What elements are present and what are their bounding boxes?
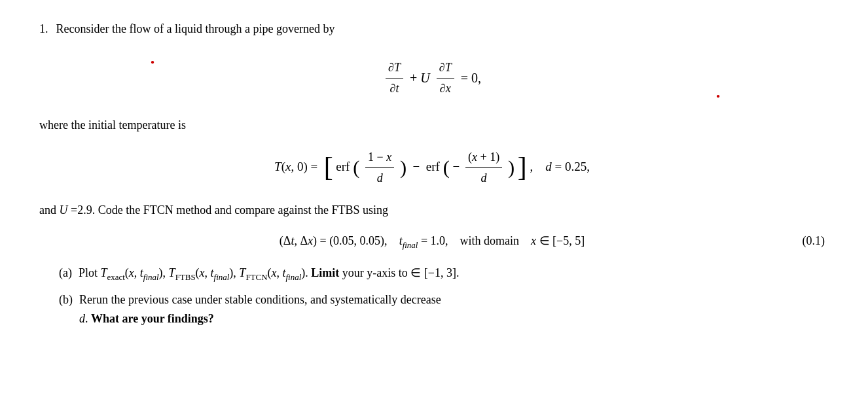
where-text: where the initial temperature is xyxy=(39,116,825,135)
d-value: d xyxy=(545,160,552,173)
part-b: (b) Rerun the previous case under stable… xyxy=(59,290,825,328)
lp1: ( xyxy=(353,156,359,179)
t-final-param: tfinal = 1.0, xyxy=(399,232,448,252)
red-dot-left: ● xyxy=(151,57,154,67)
initial-condition-eq: T(x, 0) = [ erf ( 1 − x d ) − erf ( − (x… xyxy=(39,148,825,188)
frac-1minusx: 1 − x d xyxy=(365,148,394,188)
params-row: (Δt, Δx) = (0.05, 0.05), tfinal = 1.0, w… xyxy=(39,232,825,252)
lp2: ( xyxy=(443,156,450,179)
fraction-dT-dx: ∂T ∂x xyxy=(437,58,454,98)
frac-xplus1: (x + 1) d xyxy=(465,148,502,188)
numerator-dT: ∂T xyxy=(386,58,403,78)
pde-row: ● ∂T ∂t + U ∂T ∂x = 0, ● xyxy=(39,52,825,105)
num-xp1: (x + 1) xyxy=(465,148,502,168)
denominator-dt: ∂t xyxy=(388,78,402,98)
with-domain-text: with domain xyxy=(460,232,520,251)
and-u-text: and U =2.9. Code the FTCN method and com… xyxy=(39,201,825,220)
part-b-label: (b) xyxy=(59,290,73,309)
params-deltas: (Δt, Δx) = (0.05, 0.05), xyxy=(280,232,388,251)
part-b-text: Rerun the previous case under stable con… xyxy=(79,290,441,328)
red-dot-right: ● xyxy=(716,91,720,101)
right-bracket: ] xyxy=(518,152,527,183)
numerator-dT2: ∂T xyxy=(437,58,454,78)
problem-container: 1. Reconsider the flow of a liquid throu… xyxy=(39,20,825,328)
plus-U: + U xyxy=(410,67,430,88)
params-block: (Δt, Δx) = (0.05, 0.05), tfinal = 1.0, w… xyxy=(39,232,825,252)
problem-intro: Reconsider the flow of a liquid through … xyxy=(56,20,335,39)
den-d1: d xyxy=(374,168,386,188)
denominator-dx: ∂x xyxy=(437,78,454,98)
problem-number: 1. xyxy=(39,20,48,39)
equals-zero: = 0, xyxy=(461,67,481,88)
equation-number: (0.1) xyxy=(803,232,825,251)
fraction-dT-dt: ∂T ∂t xyxy=(386,58,403,98)
part-a-text: Plot Texact(x, tfinal), TFTBS(x, tfinal)… xyxy=(79,264,459,284)
part-a: (a) Plot Texact(x, tfinal), TFTBS(x, tfi… xyxy=(59,264,825,284)
x-domain: x ∈ [−5, 5] xyxy=(531,232,585,251)
rp1: ) xyxy=(400,156,407,179)
den-d2: d xyxy=(479,168,490,188)
part-a-label: (a) xyxy=(59,264,72,283)
problem-header: 1. Reconsider the flow of a liquid throu… xyxy=(39,20,825,39)
T-x0: T xyxy=(274,160,281,173)
pde-equation: ● ∂T ∂t + U ∂T ∂x = 0, ● xyxy=(39,52,825,105)
sub-parts: (a) Plot Texact(x, tfinal), TFTBS(x, tfi… xyxy=(39,264,825,328)
left-bracket: [ xyxy=(324,152,333,183)
rp2: ) xyxy=(508,156,515,179)
num-1mx: 1 − x xyxy=(365,148,394,168)
